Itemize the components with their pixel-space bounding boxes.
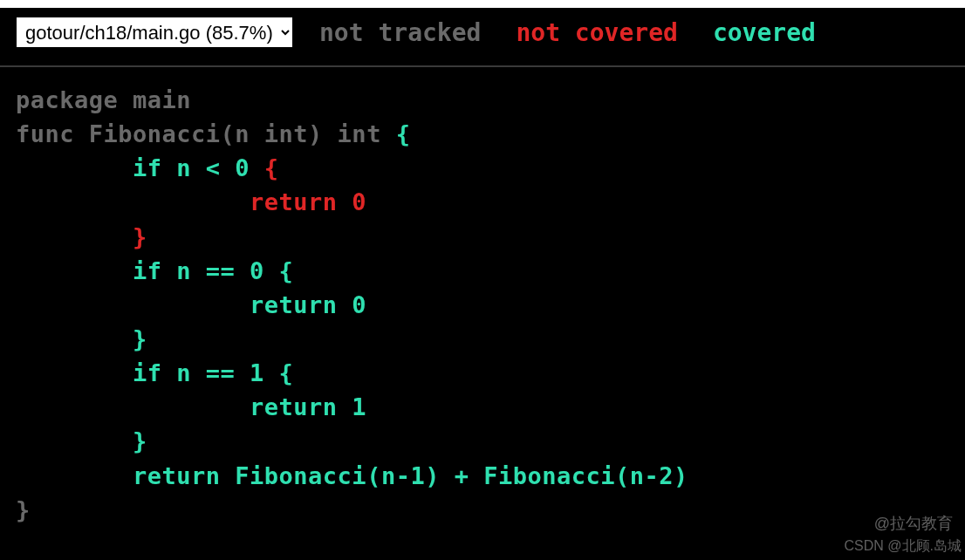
code-line: } [16, 322, 949, 356]
coverage-header: gotour/ch18/main.go (85.7%) not tracked … [0, 8, 965, 57]
legend-covered: covered [713, 18, 816, 47]
watermark-lagou: @拉勾教育 [874, 513, 953, 534]
code-line: return 1 [16, 390, 949, 424]
code-line: if n < 0 { [16, 151, 949, 185]
legend-not-covered: not covered [516, 18, 677, 47]
code-line: return Fibonacci(n-1) + Fibonacci(n-2) [16, 459, 949, 493]
top-border [0, 0, 965, 8]
code-line: package main [16, 83, 949, 117]
code-line: func Fibonacci(n int) int { [16, 117, 949, 151]
watermark-csdn: CSDN @北顾.岛城 [845, 537, 962, 556]
legend-not-tracked: not tracked [319, 18, 481, 47]
file-selector[interactable]: gotour/ch18/main.go (85.7%) [16, 17, 293, 48]
code-line: } [16, 424, 949, 458]
coverage-legend: not tracked not covered covered [319, 18, 816, 47]
code-line: return 0 [16, 288, 949, 322]
code-line: if n == 1 { [16, 356, 949, 390]
code-line: return 0 [16, 185, 949, 219]
code-line: } [16, 493, 949, 527]
code-line: if n == 0 { [16, 254, 949, 288]
code-line: } [16, 220, 949, 254]
code-viewer: package mainfunc Fibonacci(n int) int { … [0, 67, 965, 527]
